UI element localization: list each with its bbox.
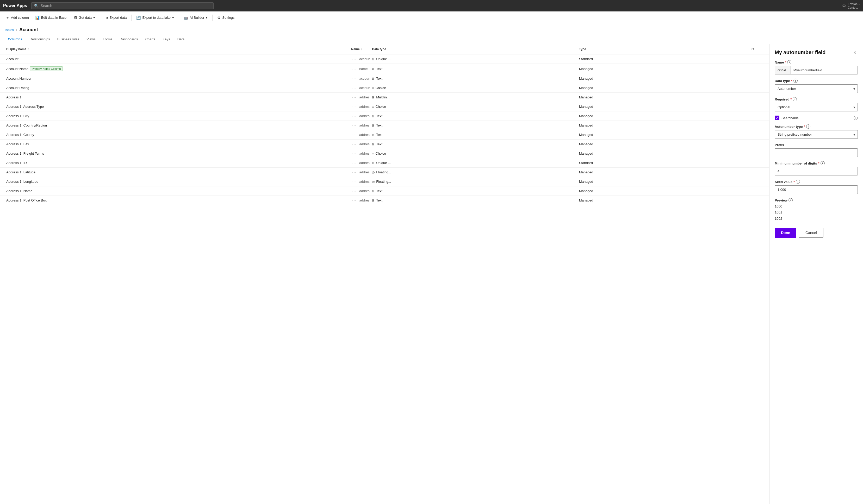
row-type: Managed <box>579 198 593 202</box>
export-lake-button[interactable]: 🔄 Export to data lake ▾ <box>134 14 176 21</box>
td-dots[interactable]: ··· address1_addresstypecode <box>349 102 370 111</box>
export-data-button[interactable]: ⇥ Export data <box>102 14 129 21</box>
preview-value-1: 1000 <box>775 203 858 209</box>
tab-keys[interactable]: Keys <box>159 35 174 44</box>
td-dots[interactable]: ··· address1_city <box>349 112 370 120</box>
data-type-info-icon[interactable]: i <box>793 79 798 83</box>
min-digits-input[interactable] <box>775 167 858 176</box>
row-data-type: Text <box>376 133 383 137</box>
row-menu-dots[interactable]: ··· <box>351 114 358 118</box>
add-column-button[interactable]: ＋ Add column <box>3 14 32 22</box>
autonumber-type-select[interactable]: String prefixed number Auto number Custo… <box>775 130 858 139</box>
tab-business-rules[interactable]: Business rules <box>54 35 83 44</box>
divider4 <box>212 15 213 21</box>
settings-button[interactable]: ⚙ Settings <box>215 14 237 21</box>
required-info-icon[interactable]: i <box>793 97 797 101</box>
dt-icon: ⊞ <box>372 124 375 127</box>
td-dots[interactable]: ··· address1_name <box>349 186 370 195</box>
td-type: Managed <box>577 130 749 139</box>
row-menu-dots[interactable]: ··· <box>351 142 358 146</box>
td-c <box>749 158 765 167</box>
panel-header: My autonumber field × <box>775 50 858 56</box>
data-type-select[interactable]: Autonumber <box>775 85 858 93</box>
row-menu-dots[interactable]: ··· <box>351 67 358 71</box>
search-box[interactable]: 🔍 <box>31 2 214 9</box>
td-dots[interactable]: ··· name <box>349 64 370 74</box>
ai-builder-button[interactable]: 🤖 AI Builder ▾ <box>181 14 210 21</box>
autonumber-type-select-wrapper: String prefixed number Auto number Custo… <box>775 130 858 139</box>
td-dots[interactable]: ··· address1_postofficebox <box>349 196 370 205</box>
row-menu-dots[interactable]: ··· <box>351 86 358 90</box>
td-dots[interactable]: ··· accountratingcode <box>349 83 370 92</box>
row-type: Managed <box>579 170 593 174</box>
td-dots[interactable]: ··· accountnumber <box>349 74 370 83</box>
tab-columns[interactable]: Columns <box>4 35 26 44</box>
row-display-name: Address 1: ID <box>6 161 27 165</box>
row-menu-dots[interactable]: ··· <box>351 105 358 108</box>
searchable-row: Searchable i <box>775 116 858 120</box>
required-star3: * <box>790 98 792 101</box>
row-menu-dots[interactable]: ··· <box>351 198 358 202</box>
row-menu-dots[interactable]: ··· <box>351 57 358 61</box>
td-data-type: ◎ Floating... <box>370 168 577 177</box>
done-button[interactable]: Done <box>775 228 796 238</box>
chevron-down-icon: ▾ <box>93 16 95 20</box>
row-menu-dots[interactable]: ··· <box>351 77 358 80</box>
th-type[interactable]: Type ↓ <box>577 44 749 54</box>
row-menu-dots[interactable]: ··· <box>351 161 358 165</box>
td-c <box>749 130 765 139</box>
data-type-label: Data type * i <box>775 79 858 83</box>
tab-relationships[interactable]: Relationships <box>26 35 54 44</box>
tab-data[interactable]: Data <box>174 35 188 44</box>
preview-info-icon[interactable]: i <box>788 198 793 202</box>
searchable-checkbox[interactable] <box>775 116 779 120</box>
tab-forms[interactable]: Forms <box>99 35 116 44</box>
seed-value-info-icon[interactable]: i <box>796 180 800 184</box>
seed-value-input[interactable] <box>775 185 858 194</box>
cancel-button[interactable]: Cancel <box>799 228 823 238</box>
row-menu-dots[interactable]: ··· <box>351 170 358 174</box>
td-dots[interactable]: ··· address1_country <box>349 121 370 130</box>
get-data-button[interactable]: 🗄 Get data ▾ <box>71 14 98 21</box>
edit-data-button[interactable]: 📊 Edit data in Excel <box>33 14 70 21</box>
min-digits-info-icon[interactable]: i <box>821 161 825 165</box>
th-display-name[interactable]: Display name ↑↓ <box>4 44 349 54</box>
breadcrumb-tables-link[interactable]: Tables <box>4 28 14 32</box>
searchable-info-icon[interactable]: i <box>854 116 858 120</box>
td-data-type: ⊞ Multilin... <box>370 93 577 102</box>
td-dots[interactable]: ··· address1_county <box>349 130 370 139</box>
td-dots[interactable]: ··· address1_freighttermscode <box>349 149 370 158</box>
td-dots[interactable]: ··· address1_addressid <box>349 158 370 167</box>
tab-charts[interactable]: Charts <box>142 35 159 44</box>
row-menu-dots[interactable]: ··· <box>351 124 358 127</box>
settings-icon[interactable]: ⚙ <box>842 3 846 8</box>
tab-views[interactable]: Views <box>83 35 99 44</box>
row-menu-dots[interactable]: ··· <box>351 133 358 137</box>
row-menu-dots[interactable]: ··· <box>351 152 358 155</box>
th-name[interactable]: Name ↓ <box>349 44 370 54</box>
td-dots[interactable]: ··· address1_latitude <box>349 168 370 177</box>
row-menu-dots[interactable]: ··· <box>351 180 358 183</box>
name-input[interactable] <box>791 66 858 74</box>
prefix-input[interactable] <box>775 148 858 157</box>
td-dots[interactable]: ··· accountid <box>349 54 370 64</box>
td-c <box>749 140 765 148</box>
autonumber-type-info-icon[interactable]: i <box>806 125 810 129</box>
required-select[interactable]: Optional Business Recommended Business R… <box>775 103 858 112</box>
td-dots[interactable]: ··· address1_composite <box>349 93 370 102</box>
add-icon: ＋ <box>6 15 9 20</box>
seed-value-label: Seed value * i <box>775 180 858 184</box>
name-info-icon[interactable]: i <box>787 60 791 64</box>
row-display-name: Address 1: Longitude <box>6 180 38 183</box>
search-input[interactable] <box>41 4 211 8</box>
required-star: * <box>785 61 786 64</box>
th-data-type[interactable]: Data type ↓ <box>370 44 577 54</box>
td-dots[interactable]: ··· address1_longitude <box>349 177 370 186</box>
td-dots[interactable]: ··· address1_fax <box>349 140 370 148</box>
row-menu-dots[interactable]: ··· <box>351 189 358 193</box>
panel-close-button[interactable]: × <box>852 50 858 56</box>
row-menu-dots[interactable]: ··· <box>351 95 358 99</box>
row-name: address1_county <box>359 133 370 137</box>
row-type: Standard <box>579 57 593 61</box>
tab-dashboards[interactable]: Dashboards <box>116 35 142 44</box>
